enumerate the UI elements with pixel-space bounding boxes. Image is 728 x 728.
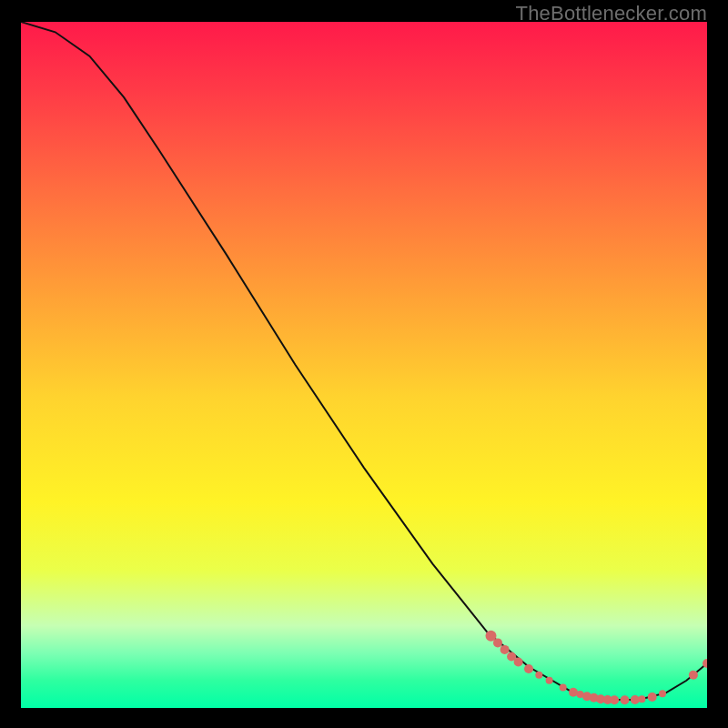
plot-area: [21, 22, 707, 708]
data-marker: [535, 672, 542, 679]
data-marker: [560, 683, 567, 691]
chart-svg: [21, 22, 707, 708]
data-marker: [638, 695, 645, 703]
data-marker: [631, 695, 640, 704]
bottleneck-curve: [21, 22, 707, 700]
data-marker: [610, 695, 619, 704]
data-marker: [569, 688, 578, 697]
data-marker: [659, 690, 666, 697]
data-marker: [648, 693, 657, 702]
data-marker: [500, 645, 510, 654]
data-marker: [514, 658, 523, 667]
data-marker: [524, 664, 533, 673]
data-marker: [493, 638, 502, 647]
chart-container: TheBottlenecker.com: [0, 0, 728, 728]
data-marker: [621, 695, 630, 704]
data-marker: [689, 671, 698, 680]
data-marker: [546, 677, 553, 684]
watermark-text: TheBottlenecker.com: [516, 2, 707, 25]
